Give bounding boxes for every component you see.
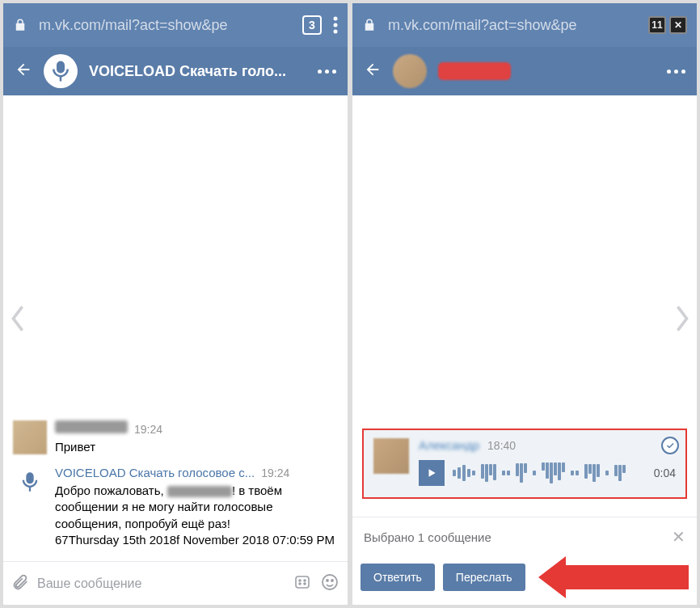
voice-duration: 0:04 [654,467,676,479]
svg-point-1 [334,23,338,27]
url-text: m.vk.com/mail?act=show&pe [39,17,291,34]
chat-avatar[interactable] [44,54,78,88]
close-selection-icon[interactable]: ✕ [672,527,685,547]
svg-point-9 [327,580,328,581]
tab-count-pair[interactable]: 11 ✕ [648,16,687,34]
more-icon[interactable] [667,70,685,74]
chat-header [352,47,697,95]
gallery-prev-icon[interactable] [5,299,31,338]
svg-point-10 [331,580,333,581]
avatar [13,420,47,454]
chat-body: Александр 18:40 [352,95,697,517]
url-text: m.vk.com/mail?act=show&pe [388,17,637,34]
selection-action-bar: Ответить Переслать [352,556,697,605]
reply-button[interactable]: Ответить [361,564,435,591]
screen-right: m.vk.com/mail?act=show&pe 11 ✕ [352,3,697,605]
tab-count[interactable]: 3 [302,15,322,35]
back-arrow-icon[interactable] [364,61,382,82]
message-input[interactable]: Ваше сообщение [37,576,285,591]
svg-rect-3 [296,576,309,588]
message-text: Добро пожаловать, ! в твоём сообщении я … [55,483,338,548]
svg-point-0 [334,17,338,21]
red-arrow-annotation [538,561,689,593]
browser-menu-icon[interactable] [333,16,338,34]
sender-name-redacted [55,420,128,433]
chat-header: VOICELOAD Скачать голо... [3,47,348,95]
sender-name: VOICELOAD Скачать голосовое с... [55,465,255,481]
avatar [373,438,409,474]
waveform[interactable] [453,462,646,484]
chat-body: 19:24 Привет VOICELOAD Скачать голосовое… [3,95,348,561]
play-button[interactable] [419,460,445,486]
message-time: 19:24 [134,422,162,437]
chat-avatar[interactable] [393,54,427,88]
message-input-bar: Ваше сообщение [3,561,348,605]
svg-point-4 [299,580,301,581]
emoji-icon[interactable] [320,572,339,595]
back-arrow-icon[interactable] [15,61,32,82]
selected-check-icon[interactable] [661,437,679,454]
message-text: Привет [55,439,338,455]
svg-point-5 [304,580,306,581]
message-time: 18:40 [487,439,516,452]
message-user[interactable]: 19:24 Привет [10,416,341,460]
message-time: 19:24 [261,466,289,481]
more-icon[interactable] [318,70,336,74]
sender-name: Александр [419,438,479,452]
selection-count-text: Выбрано 1 сообщение [364,530,491,544]
svg-point-8 [323,575,337,589]
browser-url-bar: m.vk.com/mail?act=show&pe 3 [3,3,348,47]
keyboard-icon[interactable] [293,572,312,595]
selection-info-bar: Выбрано 1 сообщение ✕ [352,517,697,556]
message-bot[interactable]: VOICELOAD Скачать голосовое с... 19:24 Д… [10,460,341,553]
svg-point-6 [299,583,301,585]
lock-icon [13,18,27,32]
svg-point-7 [304,583,306,585]
browser-url-bar: m.vk.com/mail?act=show&pe 11 ✕ [352,3,697,47]
attach-icon[interactable] [11,573,29,594]
chat-title[interactable]: VOICELOAD Скачать голо... [89,63,306,80]
lock-icon [362,18,377,32]
svg-point-2 [334,30,338,34]
avatar [13,465,47,499]
screen-left: m.vk.com/mail?act=show&pe 3 VOICELOAD Ск… [3,3,348,605]
voice-message-selected[interactable]: Александр 18:40 [362,429,687,499]
gallery-next-icon[interactable] [669,299,695,338]
forward-button[interactable]: Переслать [443,564,525,591]
redacted-inline [167,486,232,497]
chat-title-redacted [438,62,511,80]
